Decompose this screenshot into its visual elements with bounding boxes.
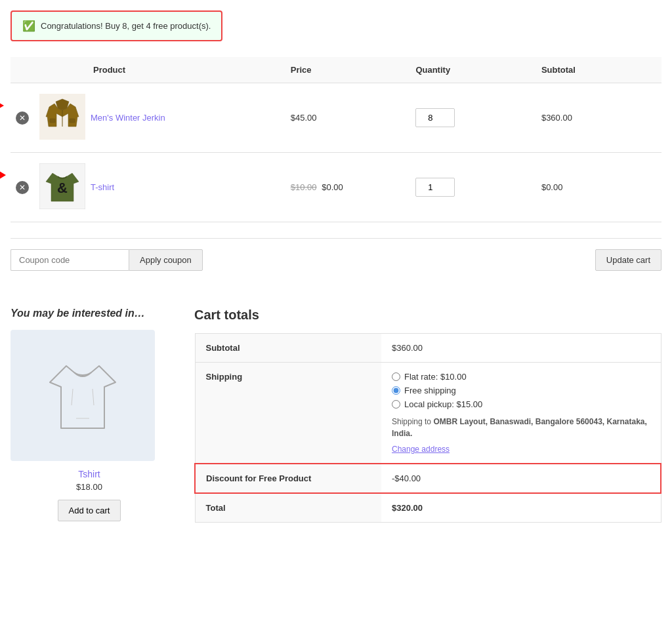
remove-item-1-button[interactable]: ✕ xyxy=(16,111,29,125)
apply-coupon-button[interactable]: Apply coupon xyxy=(129,249,203,271)
notification-banner: ✅ Congratulations! Buy 8, get 4 free pro… xyxy=(10,10,222,41)
coupon-row: Apply coupon Update cart xyxy=(10,238,662,281)
coupon-input[interactable] xyxy=(10,249,129,271)
update-cart-button[interactable]: Update cart xyxy=(595,249,662,271)
col-product-header: Product xyxy=(34,57,285,83)
page-wrapper: ✅ Congratulations! Buy 8, get 4 free pro… xyxy=(0,0,672,533)
subtotal-cell-1: $360.00 xyxy=(536,83,662,153)
interested-section: You may be interested in… Tshi xyxy=(10,308,168,521)
shipping-option-pickup[interactable]: Local pickup: $15.00 xyxy=(392,399,650,409)
tshirt-svg: & xyxy=(39,163,85,209)
svg-line-6 xyxy=(72,389,73,405)
cart-table: Product Price Quantity Subtotal ✕ Prod xyxy=(10,57,662,222)
svg-rect-2 xyxy=(50,119,55,123)
shipping-option-flat[interactable]: Flat rate: $10.00 xyxy=(392,372,650,382)
recommended-product-name: Tshirt xyxy=(10,469,168,479)
table-row: ✕ Free Product xyxy=(10,153,662,222)
cart-totals-section: Cart totals Subtotal $360.00 Shipping xyxy=(194,308,662,523)
shipping-pickup-radio[interactable] xyxy=(392,400,400,409)
change-address-link[interactable]: Change address xyxy=(392,445,650,454)
qty-cell-1 xyxy=(410,83,536,153)
jacket-svg xyxy=(39,94,85,140)
price-cell-1: $45.00 xyxy=(285,83,411,153)
check-icon: ✅ xyxy=(22,20,35,32)
shipping-option-free[interactable]: Free shipping xyxy=(392,386,650,395)
product-link-2[interactable]: T-shirt xyxy=(91,182,114,192)
quantity-input-1[interactable] xyxy=(415,108,455,127)
notification-text: Congratulations! Buy 8, get 4 free produ… xyxy=(41,21,211,31)
recommended-product-card: Tshirt $18.00 Add to cart xyxy=(10,330,168,521)
total-row: Total $320.00 xyxy=(195,493,661,523)
product-cell-2: Free Product & xyxy=(39,163,280,211)
free-product-label: Free Product xyxy=(0,170,6,180)
bottom-section: You may be interested in… Tshi xyxy=(10,308,662,523)
product-image-2: Free Product & xyxy=(39,163,85,211)
product-a-label: Product A xyxy=(0,100,4,110)
discount-row: Discount for Free Product -$40.00 xyxy=(195,464,661,493)
recommended-product-image xyxy=(10,330,155,461)
shipping-free-radio[interactable] xyxy=(392,386,400,395)
col-subtotal-header: Subtotal xyxy=(536,57,662,83)
price-cell-2: $10.00 $0.00 xyxy=(285,153,411,222)
add-to-cart-button[interactable]: Add to cart xyxy=(58,500,121,521)
recommended-product-price: $18.00 xyxy=(10,482,168,492)
svg-line-7 xyxy=(93,389,94,405)
cart-totals-title: Cart totals xyxy=(194,308,662,323)
coupon-left: Apply coupon xyxy=(10,249,203,271)
shipping-row: Shipping Flat rate: $10.00 Free shipping xyxy=(195,363,661,464)
product-image-1: Product A xyxy=(39,94,85,142)
col-price-header: Price xyxy=(285,57,411,83)
product-cell-1: Product A xyxy=(39,94,280,142)
col-remove-header xyxy=(10,57,34,83)
shipping-options: Flat rate: $10.00 Free shipping Local pi… xyxy=(392,372,650,409)
arrow-icon-1 xyxy=(0,102,4,110)
subtotal-row: Subtotal $360.00 xyxy=(195,334,661,363)
totals-table: Subtotal $360.00 Shipping Flat rate: $10… xyxy=(194,333,662,523)
subtotal-cell-2: $0.00 xyxy=(536,153,662,222)
total-label: Total xyxy=(195,493,381,523)
tshirt-sketch-svg xyxy=(47,353,119,438)
svg-text:&: & xyxy=(57,180,68,196)
svg-rect-3 xyxy=(70,119,75,123)
quantity-input-2[interactable] xyxy=(415,178,455,197)
discount-value: -$40.00 xyxy=(381,464,661,493)
remove-item-2-button[interactable]: ✕ xyxy=(16,181,29,194)
total-value: $320.00 xyxy=(381,493,661,523)
interested-title: You may be interested in… xyxy=(10,308,168,319)
product-link-1[interactable]: Men's Winter Jerkin xyxy=(91,113,165,123)
table-row: ✕ Product A xyxy=(10,83,662,153)
qty-cell-2 xyxy=(410,153,536,222)
shipping-flat-radio[interactable] xyxy=(392,372,400,381)
col-qty-header: Quantity xyxy=(410,57,536,83)
arrow-icon-2 xyxy=(0,171,6,179)
shipping-address: Shipping to OMBR Layout, Banaswadi, Bang… xyxy=(392,416,650,439)
subtotal-label: Subtotal xyxy=(195,334,381,363)
subtotal-value: $360.00 xyxy=(381,334,661,363)
discount-label: Discount for Free Product xyxy=(195,464,381,493)
shipping-options-cell: Flat rate: $10.00 Free shipping Local pi… xyxy=(381,363,661,464)
shipping-label: Shipping xyxy=(195,363,381,464)
